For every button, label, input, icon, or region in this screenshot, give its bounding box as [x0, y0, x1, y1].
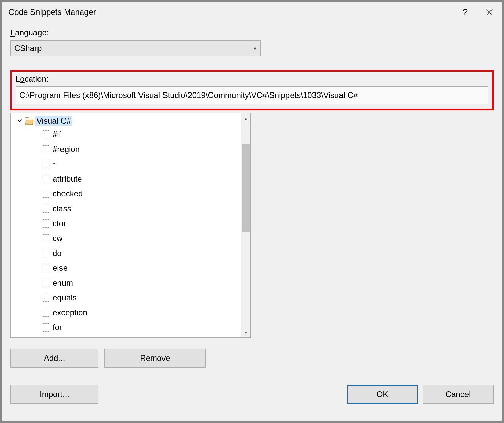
- snippet-icon: [43, 249, 49, 257]
- snippet-icon: [43, 145, 49, 153]
- location-label: Location:: [16, 74, 488, 84]
- tree-item-label: attribute: [53, 174, 82, 184]
- tree-root[interactable]: Visual C#: [16, 115, 241, 127]
- tree-item[interactable]: else: [43, 261, 241, 275]
- scroll-down-icon[interactable]: ▾: [241, 327, 250, 337]
- snippet-icon: [43, 205, 49, 213]
- tree-scrollbar[interactable]: ▴ ▾: [241, 113, 250, 337]
- help-button[interactable]: ?: [453, 2, 477, 22]
- remove-button[interactable]: Remove: [104, 349, 206, 368]
- location-input[interactable]: C:\Program Files (x86)\Microsoft Visual …: [16, 86, 488, 104]
- tree-item-label: #if: [53, 130, 61, 139]
- scroll-thumb[interactable]: [242, 144, 250, 232]
- language-dropdown[interactable]: CSharp ▾: [10, 40, 261, 56]
- location-highlight-box: Location: C:\Program Files (x86)\Microso…: [10, 70, 494, 110]
- scroll-up-icon[interactable]: ▴: [241, 113, 250, 124]
- tree-item[interactable]: attribute: [43, 171, 241, 186]
- tree-item[interactable]: equals: [43, 290, 241, 305]
- action-button-row: Add... Remove: [10, 349, 494, 368]
- tree-item-label: for: [53, 323, 62, 332]
- language-label-text: anguage:: [15, 28, 49, 37]
- close-icon: [486, 9, 493, 16]
- snippet-icon: [43, 264, 49, 272]
- tree-item[interactable]: enum: [43, 275, 241, 290]
- tree-item-label: equals: [53, 293, 77, 302]
- tree-item-label: else: [53, 263, 68, 273]
- add-label: dd...: [49, 353, 65, 363]
- titlebar: Code Snippets Manager ?: [2, 2, 502, 22]
- dialog-window: Code Snippets Manager ? Language: CSharp…: [2, 2, 502, 421]
- tree-item-label: #region: [53, 144, 80, 154]
- tree-item[interactable]: ctor: [43, 216, 241, 231]
- chevron-down-icon: ▾: [254, 45, 256, 52]
- add-accel: A: [44, 353, 49, 363]
- add-button[interactable]: Add...: [10, 349, 98, 368]
- tree-item[interactable]: ~: [43, 157, 241, 171]
- tree-item[interactable]: do: [43, 246, 241, 261]
- snippet-icon: [43, 294, 49, 302]
- split-panel: Visual C# #if #region ~ attribute checke…: [10, 113, 494, 339]
- content-area: Language: CSharp ▾ Location: C:\Program …: [2, 22, 502, 421]
- tree-item-label: enum: [53, 278, 73, 288]
- tree-children: #if #region ~ attribute checked class ct…: [16, 127, 241, 335]
- language-label-accel: L: [10, 28, 15, 37]
- tree-item[interactable]: for: [43, 320, 241, 335]
- cancel-button[interactable]: Cancel: [423, 385, 494, 404]
- close-button[interactable]: [477, 2, 502, 22]
- tree-item-label: checked: [53, 189, 83, 199]
- snippet-icon: [43, 234, 49, 242]
- separator: [10, 377, 494, 377]
- expand-icon[interactable]: [16, 117, 23, 124]
- tree-item-label: ~: [53, 159, 57, 169]
- tree-item[interactable]: cw: [43, 231, 241, 246]
- language-label: Language:: [10, 28, 494, 37]
- tree-item[interactable]: checked: [43, 186, 241, 201]
- ok-button[interactable]: OK: [347, 385, 418, 404]
- snippet-tree[interactable]: Visual C# #if #region ~ attribute checke…: [11, 113, 241, 335]
- snippet-icon: [43, 309, 49, 317]
- window-title: Code Snippets Manager: [8, 7, 453, 17]
- snippet-tree-panel: Visual C# #if #region ~ attribute checke…: [10, 113, 251, 338]
- footer-right: OK Cancel: [347, 385, 494, 404]
- folder-icon: [25, 117, 33, 124]
- tree-item-label: class: [53, 204, 71, 213]
- tree-item-label: exception: [53, 308, 87, 317]
- titlebar-controls: ?: [453, 2, 502, 22]
- tree-item-label: do: [53, 248, 62, 258]
- import-accel: I: [40, 390, 42, 399]
- remove-label: emove: [146, 353, 170, 363]
- language-selected: CSharp: [14, 44, 42, 53]
- tree-item[interactable]: #if: [43, 127, 241, 142]
- snippet-icon: [43, 279, 49, 287]
- snippet-icon: [43, 219, 49, 228]
- tree-item-label: ctor: [53, 219, 66, 228]
- snippet-icon: [43, 190, 49, 198]
- snippet-icon: [43, 175, 49, 183]
- tree-item-label: cw: [53, 234, 62, 243]
- tree-item[interactable]: exception: [43, 305, 241, 320]
- import-label: mport...: [42, 390, 69, 399]
- import-button[interactable]: Import...: [10, 385, 98, 404]
- remove-accel: R: [140, 353, 146, 363]
- footer-row: Import... OK Cancel: [10, 385, 494, 404]
- tree-item[interactable]: class: [43, 201, 241, 216]
- snippet-icon: [43, 130, 49, 138]
- tree-item[interactable]: #region: [43, 142, 241, 157]
- snippet-icon: [43, 160, 49, 168]
- snippet-icon: [43, 323, 49, 332]
- tree-root-label: Visual C#: [35, 116, 72, 126]
